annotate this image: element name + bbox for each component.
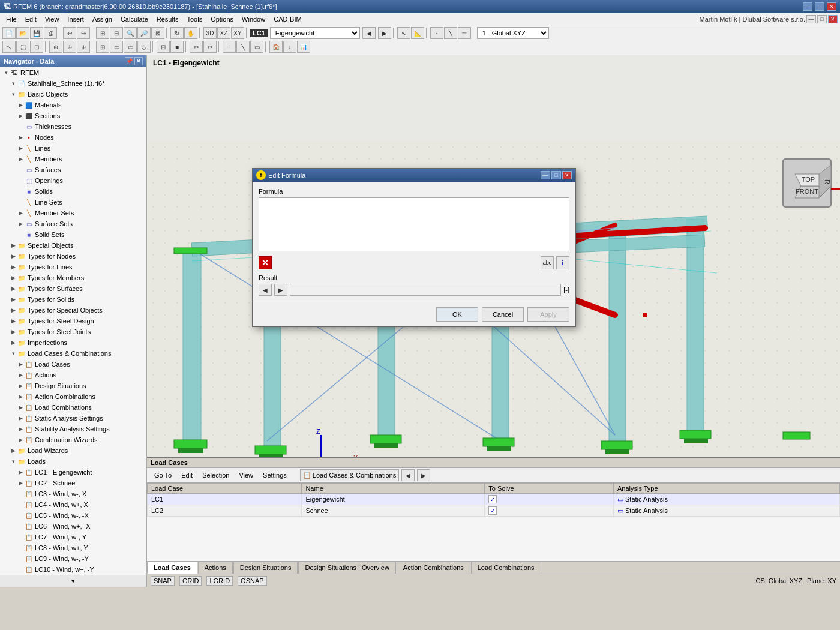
view-combo[interactable]: 1 - Global XYZ: [477, 27, 549, 39]
cursor-btn[interactable]: ↖: [397, 27, 410, 39]
zoom-in-btn[interactable]: 🔍: [124, 27, 137, 39]
expand-thicknesses[interactable]: [17, 123, 24, 130]
menu-results[interactable]: Results: [153, 14, 182, 24]
view-3d-btn[interactable]: 3D: [203, 27, 217, 39]
menu-insert[interactable]: Insert: [64, 14, 88, 24]
grid-btn[interactable]: ⊟: [110, 27, 123, 39]
open-btn[interactable]: 📂: [16, 27, 29, 39]
tree-stability-settings[interactable]: ▶ 📋 Stability Analysis Settings: [0, 424, 146, 434]
tree-types-nodes[interactable]: ▶ 📁 Types for Nodes: [0, 251, 146, 262]
view-xy-btn[interactable]: XY: [231, 27, 244, 39]
expand-special[interactable]: ▶: [10, 242, 17, 249]
tree-load-cases[interactable]: ▶ 📋 Load Cases: [0, 359, 146, 370]
snap-mid-btn[interactable]: ⊕: [63, 41, 76, 53]
tab-load-cases[interactable]: Load Cases: [147, 562, 197, 574]
tree-lc6[interactable]: 📋 LC6 - Wind, w+, -X: [0, 521, 146, 532]
formula-abc-btn[interactable]: abc: [541, 256, 554, 269]
tab-design-situations[interactable]: Design Situations: [233, 562, 298, 574]
view-front-btn[interactable]: ▭: [110, 41, 123, 53]
osnap-toggle[interactable]: OSNAP: [238, 576, 267, 586]
expand-lines[interactable]: ▶: [17, 145, 24, 152]
expand-surface-sets[interactable]: ▶: [17, 220, 24, 227]
result-next-btn[interactable]: ▶: [274, 284, 287, 296]
solid-btn[interactable]: ■: [170, 41, 184, 53]
expand-types-steel-design[interactable]: ▶: [10, 317, 17, 325]
tree-imperfections[interactable]: ▶ 📁 Imperfections: [0, 337, 146, 348]
tree-lc3[interactable]: 📋 LC3 - Wind, w-, X: [0, 488, 146, 499]
menu-tools[interactable]: Tools: [183, 14, 206, 24]
expand-lc2[interactable]: ▶: [17, 479, 24, 487]
expand-imperfections[interactable]: ▶: [10, 339, 17, 346]
expand-lc6[interactable]: [17, 523, 24, 530]
lc-next-btn[interactable]: ▶: [378, 27, 391, 39]
tree-load-wizards[interactable]: ▶ 📁 Load Wizards: [0, 445, 146, 456]
tree-types-steel-joints[interactable]: ▶ 📁 Types for Steel Joints: [0, 326, 146, 337]
tab-design-situations-overview[interactable]: Design Situations | Overview: [298, 562, 395, 574]
snap-btn[interactable]: ⊞: [96, 27, 109, 39]
tree-surface-sets[interactable]: ▶ ▭ Surface Sets: [0, 218, 146, 229]
panel-arrow-left[interactable]: ◀: [401, 469, 415, 481]
tree-nodes[interactable]: ▶ • Nodes: [0, 132, 146, 143]
snap-toggle[interactable]: SNAP: [151, 576, 175, 586]
expand-types-lines[interactable]: ▶: [10, 263, 17, 271]
pan-btn[interactable]: ✋: [184, 27, 197, 39]
help-close-btn[interactable]: ✕: [828, 15, 838, 23]
result-prev-btn[interactable]: ◀: [259, 284, 272, 296]
expand-lw[interactable]: ▶: [10, 447, 17, 454]
menu-view[interactable]: View: [41, 14, 63, 24]
dialog-maximize[interactable]: □: [551, 171, 561, 179]
expand-lc4[interactable]: [17, 501, 24, 508]
tree-lc4[interactable]: 📋 LC4 - Wind, w+, X: [0, 499, 146, 510]
tree-lc9[interactable]: 📋 LC9 - Wind, w-, -Y: [0, 553, 146, 564]
tree-types-solids[interactable]: ▶ 📁 Types for Solids: [0, 294, 146, 305]
tree-design-situations[interactable]: ▶ 📋 Design Situations: [0, 380, 146, 391]
table-row[interactable]: LC1 Eigengewicht ▭ Static Analysis: [148, 494, 840, 505]
expand-solids[interactable]: [17, 188, 24, 195]
tree-line-sets[interactable]: ╲ Line Sets: [0, 197, 146, 208]
expand-types-solids[interactable]: ▶: [10, 296, 17, 303]
render-btn[interactable]: 🏠: [269, 41, 283, 53]
checkbox-lc1-solve[interactable]: [488, 495, 497, 503]
view-all-btn[interactable]: ⊞: [96, 41, 109, 53]
panel-edit[interactable]: Edit: [178, 470, 196, 480]
edit-formula-dialog[interactable]: f Edit Formula — □ ✕ Formula ✕ abc i Res…: [252, 168, 576, 327]
tree-types-surfaces[interactable]: ▶ 📁 Types for Surfaces: [0, 283, 146, 294]
lc-combo[interactable]: Eigengewicht: [270, 27, 360, 39]
tree-actions[interactable]: ▶ 📋 Actions: [0, 370, 146, 380]
tree-members[interactable]: ▶ ╲ Members: [0, 154, 146, 164]
new-btn[interactable]: 📄: [2, 27, 16, 39]
panel-arrow-right[interactable]: ▶: [417, 469, 430, 481]
tab-load-combinations[interactable]: Load Combinations: [471, 562, 541, 574]
tree-solid-sets[interactable]: ■ Solid Sets: [0, 229, 146, 240]
tree-types-special[interactable]: ▶ 📁 Types for Special Objects: [0, 305, 146, 316]
dialog-close[interactable]: ✕: [562, 171, 572, 179]
panel-selection[interactable]: Selection: [199, 470, 233, 480]
tree-openings[interactable]: ⬚ Openings: [0, 175, 146, 186]
menu-calculate[interactable]: Calculate: [117, 14, 152, 24]
tree-load-cases-combo[interactable]: ▾ 📁 Load Cases & Combinations: [0, 348, 146, 359]
line-btn[interactable]: ╲: [444, 27, 457, 39]
checkbox-lc2-solve[interactable]: [488, 506, 497, 515]
panel-view[interactable]: View: [235, 470, 257, 480]
surface-show-btn[interactable]: ▭: [250, 41, 263, 53]
expand-ac[interactable]: ▶: [17, 393, 24, 400]
tree-types-lines[interactable]: ▶ 📁 Types for Lines: [0, 262, 146, 272]
minimize-btn[interactable]: —: [803, 2, 812, 11]
tree-basic-objects[interactable]: ▾ 📁 Basic Objects: [0, 89, 146, 100]
save-btn[interactable]: 💾: [30, 27, 43, 39]
tree-special-objects[interactable]: ▶ 📁 Special Objects: [0, 240, 146, 251]
menu-options[interactable]: Options: [207, 14, 237, 24]
tree-root[interactable]: ▾ 🏗 RFEM: [0, 67, 146, 78]
formula-info-btn[interactable]: i: [556, 256, 569, 269]
ok-button[interactable]: OK: [436, 307, 478, 322]
zoom-out-btn[interactable]: 🔎: [137, 27, 151, 39]
nav-pin-btn[interactable]: 📌: [125, 57, 133, 65]
expand-solid-sets[interactable]: [17, 231, 24, 238]
tree-sections[interactable]: ▶ ⬛ Sections: [0, 110, 146, 121]
help-max-btn[interactable]: □: [817, 15, 827, 23]
panel-settings[interactable]: Settings: [259, 470, 290, 480]
expand-surfaces[interactable]: [17, 166, 24, 173]
menu-window[interactable]: Window: [238, 14, 269, 24]
expand-sections[interactable]: ▶: [17, 112, 24, 119]
view-top-btn[interactable]: ▭: [124, 41, 137, 53]
